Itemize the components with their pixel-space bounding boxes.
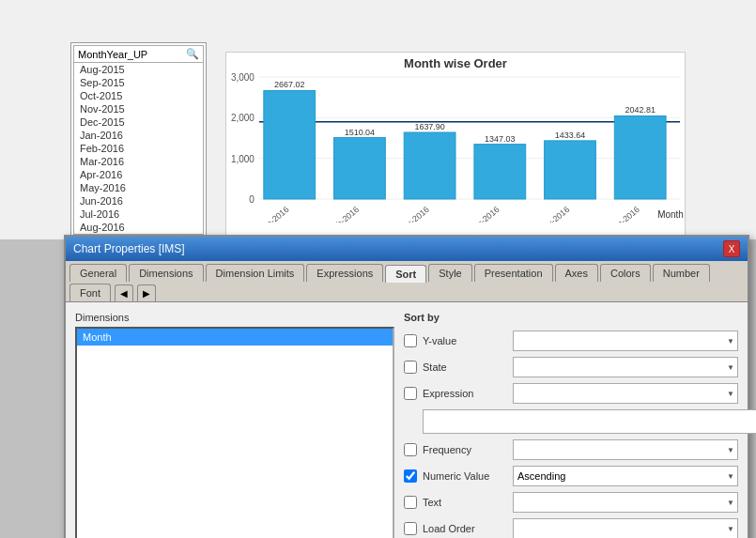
- tab-expressions[interactable]: Expressions: [306, 264, 383, 282]
- dialog-titlebar: Chart Properties [IMS] X: [66, 237, 748, 261]
- dropdown-list-item[interactable]: Jul-2016: [74, 208, 203, 221]
- load-order-label: Load Order: [423, 523, 507, 534]
- y-value-checkbox[interactable]: [404, 334, 417, 347]
- text-dropdown[interactable]: [513, 492, 738, 513]
- svg-text:1637.90: 1637.90: [414, 122, 444, 131]
- state-label: State: [423, 361, 507, 373]
- chart-properties-dialog: Chart Properties [IMS] X GeneralDimensio…: [64, 235, 749, 538]
- tab-scroll-right[interactable]: ▶: [137, 284, 156, 301]
- tab-dimension-limits[interactable]: Dimension Limits: [206, 264, 305, 282]
- load-order-dropdown[interactable]: [513, 518, 738, 538]
- expression-dropdown-wrapper: [513, 383, 738, 404]
- frequency-label: Frequency: [423, 444, 507, 455]
- svg-text:Jun-2016: Jun-2016: [609, 205, 641, 223]
- dropdown-list-item[interactable]: Feb-2016: [74, 142, 203, 155]
- dialog-title: Chart Properties [IMS]: [73, 242, 185, 255]
- svg-text:2667.02: 2667.02: [274, 80, 304, 89]
- svg-text:Jan-2016: Jan-2016: [257, 205, 290, 223]
- dropdown-panel: MonthYear_UP 🔍 Aug-2015Sep-2015Oct-2015N…: [70, 42, 207, 238]
- tab-presentation[interactable]: Presentation: [474, 264, 553, 282]
- tab-sort[interactable]: Sort: [385, 265, 426, 283]
- frequency-dropdown-wrapper: [513, 439, 738, 460]
- sort-row-numeric-value: Numeric ValueAscending: [404, 466, 738, 486]
- y-value-dropdown[interactable]: [513, 330, 738, 351]
- dimensions-listbox[interactable]: Month: [75, 327, 394, 538]
- dropdown-list-item[interactable]: Jun-2016: [74, 194, 203, 208]
- dropdown-list-item[interactable]: Aug-2015: [74, 63, 203, 76]
- numeric-value-label: Numeric Value: [423, 470, 507, 482]
- dropdown-list-item[interactable]: Apr-2016: [74, 168, 203, 181]
- svg-text:1347.03: 1347.03: [485, 134, 515, 144]
- dropdown-header[interactable]: MonthYear_UP 🔍: [73, 45, 204, 63]
- tab-scroll-left[interactable]: ◀: [115, 284, 133, 301]
- tab-dimensions[interactable]: Dimensions: [129, 264, 203, 282]
- dropdown-search-icon[interactable]: 🔍: [186, 48, 199, 60]
- dialog-close-button[interactable]: X: [723, 240, 740, 257]
- tab-axes[interactable]: Axes: [555, 264, 598, 282]
- expression-dropdown[interactable]: [513, 383, 738, 404]
- svg-text:Feb-2016: Feb-2016: [327, 205, 361, 223]
- sort-rows-container: Y-valueStateExpressionFrequencyNumeric V…: [404, 330, 738, 538]
- svg-rect-9: [264, 90, 316, 199]
- sort-row-text: Text: [404, 492, 738, 513]
- load-order-checkbox[interactable]: [404, 522, 417, 535]
- numeric-value-dropdown[interactable]: Ascending: [513, 466, 738, 486]
- svg-rect-18: [474, 145, 526, 199]
- chart-svg: 3,0002,0001,00002667.02Jan-20161510.04Fe…: [226, 72, 685, 223]
- numeric-value-checkbox[interactable]: [404, 469, 417, 483]
- svg-rect-12: [334, 138, 386, 199]
- svg-text:Month: Month: [657, 209, 684, 220]
- svg-rect-21: [545, 141, 596, 199]
- sort-row-load-order: Load Order: [404, 518, 738, 538]
- svg-text:2,000: 2,000: [231, 113, 255, 123]
- dropdown-list-item[interactable]: Dec-2015: [74, 115, 203, 129]
- tab-font[interactable]: Font: [69, 284, 111, 301]
- y-value-dropdown-wrapper: [513, 330, 738, 351]
- svg-rect-24: [614, 115, 666, 199]
- frequency-checkbox[interactable]: [404, 443, 417, 456]
- right-panel: Sort by Y-valueStateExpressionFrequencyN…: [404, 312, 738, 538]
- svg-text:Mar-2016: Mar-2016: [397, 205, 431, 223]
- svg-text:May-2016: May-2016: [536, 205, 571, 223]
- tab-style[interactable]: Style: [428, 264, 471, 282]
- tab-general[interactable]: General: [69, 264, 127, 282]
- tab-number[interactable]: Number: [653, 264, 710, 282]
- dropdown-list-item[interactable]: Mar-2016: [74, 155, 203, 168]
- dropdown-list[interactable]: Aug-2015Sep-2015Oct-2015Nov-2015Dec-2015…: [73, 63, 204, 235]
- dropdown-list-item[interactable]: Oct-2015: [74, 89, 203, 102]
- frequency-dropdown[interactable]: [513, 439, 738, 460]
- svg-text:1510.04: 1510.04: [345, 128, 375, 137]
- y-value-label: Y-value: [423, 335, 507, 346]
- sort-row-expression: Expression: [404, 383, 738, 404]
- state-dropdown[interactable]: [513, 357, 738, 377]
- svg-text:2042.81: 2042.81: [625, 105, 656, 115]
- svg-text:0: 0: [249, 194, 255, 205]
- svg-text:1,000: 1,000: [231, 154, 255, 164]
- dropdown-list-item[interactable]: Sep-2015: [74, 76, 203, 89]
- dropdown-title: MonthYear_UP: [78, 49, 147, 60]
- chart-container: Month wise Order 3,0002,0001,00002667.02…: [225, 52, 686, 239]
- dropdown-list-item[interactable]: Nov-2015: [74, 102, 203, 115]
- expression-checkbox[interactable]: [404, 387, 417, 400]
- load-order-dropdown-wrapper: [513, 518, 738, 538]
- sort-row-y-value: Y-value: [404, 330, 738, 351]
- dropdown-list-item[interactable]: Aug-2016: [74, 221, 203, 234]
- state-checkbox[interactable]: [404, 361, 417, 374]
- tabs-row: GeneralDimensionsDimension LimitsExpress…: [66, 261, 748, 302]
- dimension-item[interactable]: Month: [77, 329, 393, 346]
- left-panel: Dimensions Month: [75, 312, 394, 538]
- svg-text:Apr-2016: Apr-2016: [469, 205, 501, 223]
- expression-input[interactable]: [423, 409, 756, 434]
- dropdown-list-item[interactable]: Jan-2016: [74, 129, 203, 142]
- svg-text:1433.64: 1433.64: [555, 131, 585, 140]
- text-dropdown-wrapper: [513, 492, 738, 513]
- dropdown-list-item[interactable]: May-2016: [74, 181, 203, 194]
- sortby-label: Sort by: [404, 312, 738, 323]
- text-label: Text: [423, 497, 507, 508]
- sort-row-frequency: Frequency: [404, 439, 738, 460]
- expression-label: Expression: [423, 388, 507, 399]
- text-checkbox[interactable]: [404, 496, 417, 509]
- dialog-body: Dimensions Month Sort by Y-valueStateExp…: [66, 302, 748, 538]
- sort-row-state: State: [404, 357, 738, 377]
- tab-colors[interactable]: Colors: [600, 264, 651, 282]
